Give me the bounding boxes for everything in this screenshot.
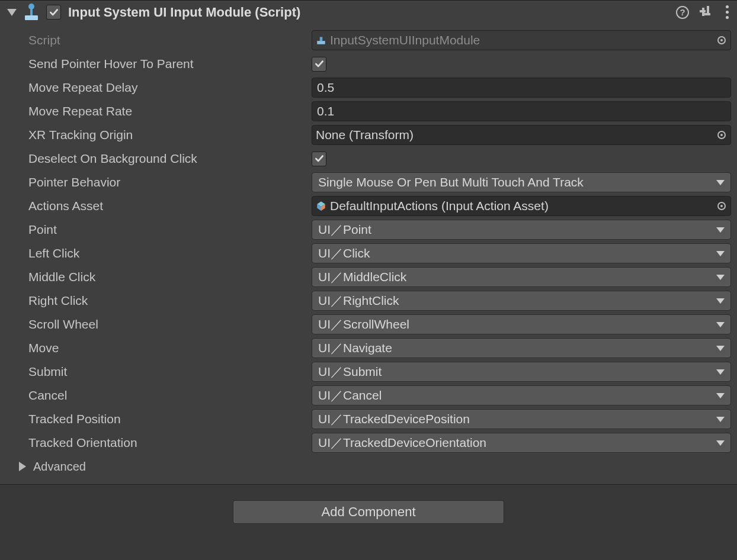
tracked-position-value: UI／TrackedDevicePosition [318,411,470,427]
chevron-down-icon [716,346,725,351]
xr-tracking-origin-field[interactable]: None (Transform) [312,125,731,145]
row-script: Script InputSystemUIInputModule [5,28,732,52]
foldout-toggle-icon[interactable] [7,9,17,16]
tracked-orientation-dropdown[interactable]: UI／TrackedDeviceOrientation [312,433,731,453]
header-actions: ? [676,4,731,20]
left-click-value: UI／Click [318,245,370,262]
cancel-value: UI／Cancel [318,387,382,404]
scroll-wheel-value: UI／ScrollWheel [318,316,409,333]
label-pointer-behavior: Pointer Behavior [5,175,312,189]
row-move-repeat-delay: Move Repeat Delay [5,76,732,99]
move-dropdown[interactable]: UI／Navigate [312,338,731,358]
cancel-dropdown[interactable]: UI／Cancel [312,385,731,405]
move-repeat-delay-input[interactable] [312,78,731,98]
add-component-area: Add Component [0,485,737,549]
component-title: Input System UI Input Module (Script) [68,5,300,20]
label-middle-click: Middle Click [5,270,312,284]
label-point: Point [5,223,312,237]
submit-value: UI／Submit [318,363,382,380]
component-icon [24,5,39,20]
chevron-down-icon [716,298,725,304]
label-move-repeat-delay: Move Repeat Delay [5,81,312,95]
deselect-on-bg-click-checkbox[interactable] [312,152,326,166]
chevron-down-icon [716,393,725,398]
label-right-click: Right Click [5,294,312,308]
row-point: Point UI／Point [5,218,732,242]
pointer-behavior-value: Single Mouse Or Pen But Multi Touch And … [318,175,584,189]
row-tracked-position: Tracked Position UI／TrackedDevicePositio… [5,407,732,431]
label-tracked-position: Tracked Position [5,412,312,426]
point-value: UI／Point [318,221,371,238]
svg-rect-0 [317,41,325,44]
context-menu-icon[interactable] [723,4,731,20]
chevron-down-icon [716,417,725,422]
tracked-orientation-value: UI／TrackedDeviceOrientation [318,435,486,451]
label-left-click: Left Click [5,246,312,260]
row-move-repeat-rate: Move Repeat Rate [5,99,732,123]
submit-dropdown[interactable]: UI／Submit [312,362,731,382]
row-tracked-orientation: Tracked Orientation UI／TrackedDeviceOrie… [5,431,732,455]
label-script: Script [5,33,312,47]
label-cancel: Cancel [5,388,312,403]
row-scroll-wheel: Scroll Wheel UI／ScrollWheel [5,313,732,336]
presets-icon[interactable] [700,6,713,19]
script-value: InputSystemUIInputModule [330,33,480,47]
xr-tracking-origin-value: None (Transform) [316,128,414,142]
row-cancel: Cancel UI／Cancel [5,384,732,407]
asset-icon [316,201,326,211]
label-xr-tracking-origin: XR Tracking Origin [5,128,312,142]
chevron-down-icon [716,180,725,185]
right-click-value: UI／RightClick [318,292,399,309]
scroll-wheel-dropdown[interactable]: UI／ScrollWheel [312,314,731,334]
label-advanced: Advanced [33,460,86,474]
right-click-dropdown[interactable]: UI／RightClick [312,291,731,311]
row-submit: Submit UI／Submit [5,360,732,384]
add-component-button[interactable]: Add Component [233,500,504,524]
point-dropdown[interactable]: UI／Point [312,220,731,240]
label-move-repeat-rate: Move Repeat Rate [5,104,312,118]
row-middle-click: Middle Click UI／MiddleClick [5,265,732,289]
object-picker-icon[interactable] [715,128,728,141]
row-xr-tracking-origin: XR Tracking Origin None (Transform) [5,123,732,147]
left-click-dropdown[interactable]: UI／Click [312,243,731,263]
pointer-behavior-dropdown[interactable]: Single Mouse Or Pen But Multi Touch And … [312,172,731,192]
object-picker-icon[interactable] [715,199,728,213]
component-enabled-checkbox[interactable] [46,5,61,20]
row-advanced[interactable]: Advanced [5,455,732,478]
row-pointer-behavior: Pointer Behavior Single Mouse Or Pen But… [5,170,732,194]
row-move: Move UI／Navigate [5,336,732,360]
object-picker-icon [715,34,728,47]
actions-asset-field[interactable]: DefaultInputActions (Input Action Asset) [312,196,731,216]
svg-rect-1 [320,37,323,41]
label-move: Move [5,341,312,355]
label-scroll-wheel: Scroll Wheel [5,317,312,332]
move-repeat-rate-input[interactable] [312,101,731,121]
component-body: Script InputSystemUIInputModule Send Poi… [0,25,737,484]
foldout-right-icon [19,462,26,471]
send-pointer-hover-checkbox[interactable] [312,57,326,72]
row-send-pointer-hover: Send Pointer Hover To Parent [5,52,732,76]
component-header[interactable]: Input System UI Input Module (Script) ? [0,1,737,25]
label-submit: Submit [5,365,312,379]
row-left-click: Left Click UI／Click [5,242,732,265]
chevron-down-icon [716,227,725,233]
actions-asset-value: DefaultInputActions (Input Action Asset) [330,199,549,213]
label-actions-asset: Actions Asset [5,199,312,213]
script-field: InputSystemUIInputModule [312,30,731,50]
help-icon[interactable]: ? [676,6,689,19]
move-value: UI／Navigate [318,340,392,356]
row-deselect-on-bg-click: Deselect On Background Click [5,147,732,170]
chevron-down-icon [716,275,725,280]
label-send-pointer-hover: Send Pointer Hover To Parent [5,57,312,71]
chevron-down-icon [716,322,725,327]
chevron-down-icon [716,369,725,375]
label-tracked-orientation: Tracked Orientation [5,436,312,450]
script-icon [316,35,326,46]
row-right-click: Right Click UI／RightClick [5,289,732,313]
middle-click-value: UI／MiddleClick [318,269,406,285]
middle-click-dropdown[interactable]: UI／MiddleClick [312,267,731,287]
label-deselect-on-bg-click: Deselect On Background Click [5,152,312,166]
row-actions-asset: Actions Asset DefaultInputActions (Input… [5,194,732,218]
tracked-position-dropdown[interactable]: UI／TrackedDevicePosition [312,409,731,429]
chevron-down-icon [716,251,725,256]
